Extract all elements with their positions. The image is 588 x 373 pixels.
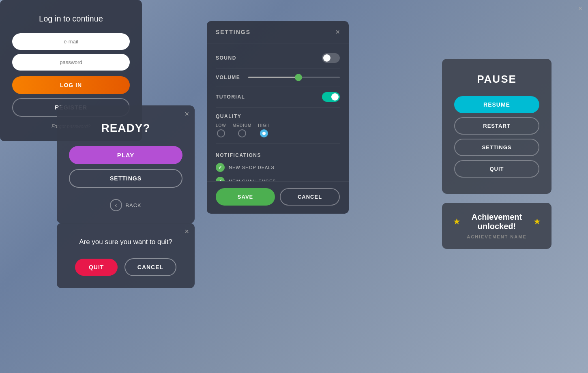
- notif-challenges-check[interactable]: [216, 177, 225, 181]
- confirm-quit-button[interactable]: QUIT: [75, 259, 118, 276]
- settings-modal: SETTINGS × SOUND VOLUME TUTORIAL QUALITY: [207, 21, 349, 214]
- quality-high-label: HIGH: [258, 123, 270, 128]
- pause-title: PAUSE: [454, 73, 539, 86]
- notifications-label: NOTIFICATIONS: [216, 148, 340, 161]
- achievement-star-left: ★: [453, 217, 460, 226]
- ready-close-button[interactable]: ×: [185, 110, 189, 118]
- settings-button[interactable]: SETTINGS: [69, 169, 182, 188]
- password-input[interactable]: [12, 54, 130, 71]
- achievement-modal: ★ Achievement unlocked! ★ ACHIEVEMENT NA…: [442, 203, 552, 249]
- tutorial-toggle[interactable]: [322, 92, 340, 102]
- settings-footer: SAVE CANCEL: [207, 181, 349, 214]
- cancel-quit-button[interactable]: CANCEL: [124, 258, 176, 276]
- quality-low-label: LOW: [216, 123, 226, 128]
- save-button[interactable]: SAVE: [216, 188, 275, 206]
- notif-shop-check[interactable]: [216, 163, 225, 172]
- quality-low[interactable]: LOW: [216, 123, 226, 137]
- back-icon: ‹: [110, 199, 122, 211]
- login-button[interactable]: LOG IN: [12, 76, 130, 94]
- settings-body: SOUND VOLUME TUTORIAL QUALITY LOW: [207, 43, 349, 181]
- volume-thumb[interactable]: [295, 74, 302, 81]
- notif-shop-label: NEW SHOP DEALS: [229, 165, 275, 170]
- settings-title: SETTINGS: [216, 29, 251, 35]
- quit-question: Are you sure you want to quit?: [69, 237, 182, 247]
- notifications-section: NOTIFICATIONS NEW SHOP DEALS NEW CHALLEN…: [216, 144, 340, 181]
- email-input[interactable]: [12, 33, 130, 50]
- resume-button[interactable]: RESUME: [454, 96, 539, 113]
- quality-high-radio[interactable]: [260, 129, 268, 137]
- quality-medium-radio[interactable]: [238, 129, 246, 137]
- sound-toggle[interactable]: [322, 53, 340, 63]
- login-close-button[interactable]: ×: [578, 5, 582, 12]
- quit-confirm-modal: × Are you sure you want to quit? QUIT CA…: [57, 223, 195, 288]
- achievement-star-right: ★: [534, 217, 540, 226]
- quality-medium-label: MEDIUM: [233, 123, 252, 128]
- quality-row: QUALITY LOW MEDIUM HIGH: [216, 108, 340, 144]
- pause-settings-button[interactable]: SETTINGS: [454, 139, 539, 156]
- login-title: Log in to continue: [12, 14, 130, 24]
- ready-modal: × READY? PLAY SETTINGS ‹ BACK: [57, 105, 195, 223]
- cancel-settings-button[interactable]: CANCEL: [280, 188, 340, 206]
- achievement-subtitle: ACHIEVEMENT NAME: [453, 234, 540, 239]
- quality-medium[interactable]: MEDIUM: [233, 123, 252, 137]
- volume-fill: [248, 77, 298, 78]
- quit-close-button[interactable]: ×: [185, 228, 189, 235]
- play-button[interactable]: PLAY: [69, 146, 182, 164]
- quit-pause-button[interactable]: QUIT: [454, 160, 539, 178]
- ready-title: READY?: [69, 122, 182, 135]
- notif-challenges-label: NEW CHALLENGES: [229, 179, 276, 181]
- back-button[interactable]: ‹ BACK: [110, 199, 141, 211]
- quality-low-radio[interactable]: [217, 129, 225, 137]
- quality-options: LOW MEDIUM HIGH: [216, 123, 270, 137]
- notif-challenges: NEW CHALLENGES: [216, 174, 340, 181]
- sound-row: SOUND: [216, 47, 340, 69]
- sound-label: SOUND: [216, 55, 236, 61]
- achievement-title: ★ Achievement unlocked! ★: [453, 212, 540, 231]
- settings-header: SETTINGS ×: [207, 21, 349, 43]
- volume-label: VOLUME: [216, 75, 240, 80]
- tutorial-row: TUTORIAL: [216, 86, 340, 108]
- achievement-title-text: Achievement unlocked!: [463, 212, 530, 231]
- quality-label: QUALITY: [216, 114, 241, 119]
- volume-track: [248, 77, 340, 78]
- settings-close-button[interactable]: ×: [335, 28, 340, 36]
- pause-modal: PAUSE RESUME RESTART SETTINGS QUIT: [442, 59, 552, 194]
- restart-button[interactable]: RESTART: [454, 117, 539, 135]
- back-label: BACK: [125, 202, 141, 208]
- volume-row: VOLUME: [216, 69, 340, 86]
- notif-shop-deals: NEW SHOP DEALS: [216, 161, 340, 174]
- tutorial-label: TUTORIAL: [216, 94, 245, 100]
- quality-high[interactable]: HIGH: [258, 123, 270, 137]
- quit-actions: QUIT CANCEL: [69, 258, 182, 276]
